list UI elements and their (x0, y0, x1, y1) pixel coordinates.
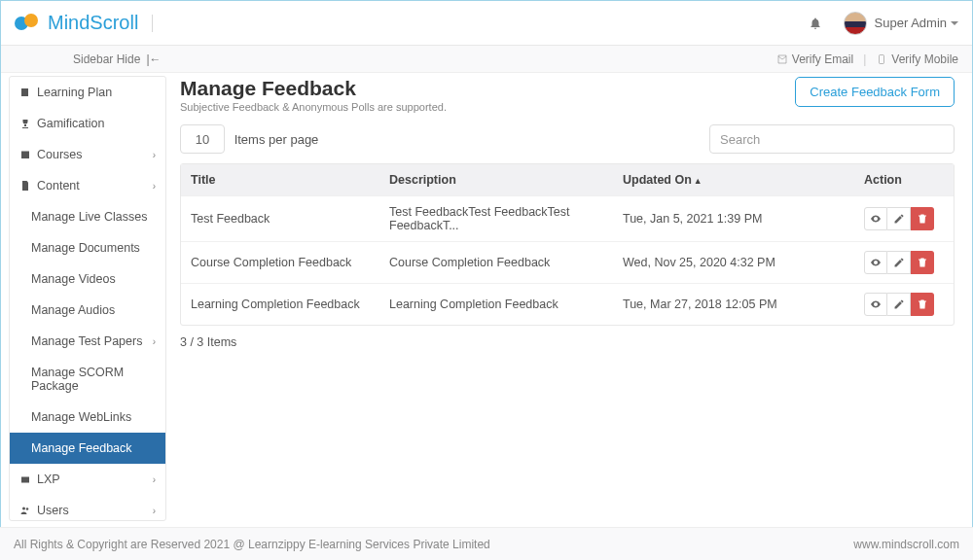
separator: | (863, 52, 866, 66)
svg-rect-2 (21, 477, 29, 483)
chevron-right-icon: › (153, 474, 156, 485)
chevron-right-icon: › (153, 506, 156, 516)
envelope-icon (776, 53, 788, 65)
page-title: Manage Feedback (180, 77, 447, 100)
footer: All Rights & Copyright are Reserved 2021… (0, 527, 973, 560)
sidebar-sub-manage-videos[interactable]: Manage Videos (10, 263, 165, 295)
search-input[interactable] (709, 124, 955, 154)
items-per-page-label: Items per page (234, 132, 319, 147)
cell-description: Learning Completion Feedback (389, 298, 623, 311)
footer-link[interactable]: www.mindscroll.com (853, 538, 959, 551)
sidebar-item-learning-plan[interactable]: Learning Plan (10, 77, 165, 108)
sidebar-item-users[interactable]: Users › (10, 495, 165, 526)
sidebar-sub-manage-test-papers[interactable]: Manage Test Papers› (10, 326, 165, 357)
table-row: Learning Completion Feedback Learning Co… (181, 283, 954, 325)
cell-updated: Wed, Nov 25, 2020 4:32 PM (623, 256, 864, 269)
feedback-table: Title Description Updated On▲ Action Tes… (180, 163, 955, 326)
svg-rect-1 (21, 152, 29, 159)
table-row: Course Completion Feedback Course Comple… (181, 241, 954, 283)
delete-button[interactable] (911, 293, 934, 316)
sidebar-item-lxp[interactable]: LXP › (10, 464, 165, 495)
pencil-icon (893, 257, 905, 268)
cell-title: Test Feedback (191, 212, 389, 226)
user-name[interactable]: Super Admin (875, 16, 947, 30)
mobile-icon (876, 53, 887, 65)
file-icon (19, 180, 31, 192)
calendar-icon (19, 149, 31, 160)
sidebar-sub-manage-documents[interactable]: Manage Documents (10, 232, 165, 263)
cell-updated: Tue, Mar 27, 2018 12:05 PM (623, 298, 864, 311)
cell-title: Course Completion Feedback (191, 256, 389, 269)
sidebar-sub-manage-audios[interactable]: Manage Audios (10, 295, 165, 326)
users-icon (19, 505, 31, 516)
verify-email-link[interactable]: Verify Email (776, 52, 853, 66)
create-feedback-form-button[interactable]: Create Feedback Form (795, 77, 955, 107)
sidebar-hide-label: Sidebar Hide (73, 52, 140, 66)
sidebar-item-gamification[interactable]: Gamification (10, 108, 165, 139)
column-updated-on[interactable]: Updated On▲ (623, 173, 864, 187)
svg-point-4 (26, 508, 29, 510)
cell-updated: Tue, Jan 5, 2021 1:39 PM (623, 212, 864, 226)
column-description[interactable]: Description (389, 173, 623, 187)
edit-button[interactable] (887, 207, 911, 230)
pencil-icon (893, 213, 905, 225)
cell-title: Learning Completion Feedback (191, 298, 389, 311)
sidebar-item-courses[interactable]: Courses › (10, 139, 165, 170)
delete-button[interactable] (911, 251, 934, 274)
sidebar: Learning Plan Gamification Courses › Con… (9, 76, 166, 521)
items-count: 3 / 3 Items (180, 335, 955, 349)
view-button[interactable] (864, 293, 887, 316)
edit-button[interactable] (887, 251, 911, 274)
items-per-page-input[interactable] (180, 124, 225, 154)
sidebar-sub-manage-weblinks[interactable]: Manage WebLinks (10, 402, 165, 433)
svg-point-3 (22, 508, 25, 510)
main-content: Manage Feedback Subjective Feedback & An… (166, 73, 964, 521)
collapse-left-icon: |← (146, 52, 161, 66)
avatar[interactable] (844, 12, 867, 35)
sidebar-sub-manage-live-classes[interactable]: Manage Live Classes (10, 201, 165, 232)
sort-asc-icon: ▲ (694, 176, 703, 186)
eye-icon (870, 298, 882, 310)
chevron-right-icon: › (153, 181, 156, 192)
top-navbar: MindScroll Super Admin (1, 1, 972, 46)
edit-button[interactable] (887, 293, 911, 316)
logo-icon (15, 14, 42, 33)
chevron-right-icon: › (153, 150, 156, 160)
sidebar-hide-toggle[interactable]: Sidebar Hide |← (15, 52, 162, 66)
sidebar-sub-manage-feedback[interactable]: Manage Feedback (10, 433, 165, 464)
trash-icon (917, 257, 928, 268)
trash-icon (917, 213, 928, 225)
sidebar-item-content[interactable]: Content › (10, 170, 165, 201)
sub-header: Sidebar Hide |← Verify Email | Verify Mo… (1, 46, 972, 73)
view-button[interactable] (864, 251, 887, 274)
pencil-icon (893, 298, 905, 310)
svg-rect-0 (880, 54, 884, 63)
verify-mobile-link[interactable]: Verify Mobile (876, 52, 958, 66)
page-subtitle: Subjective Feedback & Anonymous Polls ar… (180, 101, 447, 113)
lxp-icon (19, 473, 31, 485)
column-title[interactable]: Title (191, 173, 389, 187)
footer-copyright: All Rights & Copyright are Reserved 2021… (14, 538, 490, 551)
cell-description: Test FeedbackTest FeedbackTest FeedbackT… (389, 205, 623, 232)
eye-icon (870, 257, 882, 268)
trash-icon (917, 298, 928, 310)
cell-description: Course Completion Feedback (389, 256, 623, 269)
notifications-icon[interactable] (809, 17, 822, 30)
user-menu-caret-icon[interactable] (951, 21, 958, 25)
trophy-icon (19, 118, 31, 129)
eye-icon (870, 213, 882, 225)
column-action: Action (864, 173, 944, 187)
divider (152, 15, 153, 32)
chevron-right-icon: › (153, 336, 156, 347)
book-icon (19, 87, 31, 98)
sidebar-sub-manage-scorm-package[interactable]: Manage SCORM Package (10, 357, 165, 402)
table-row: Test Feedback Test FeedbackTest Feedback… (181, 195, 954, 241)
brand-logo[interactable]: MindScroll (15, 12, 138, 34)
delete-button[interactable] (911, 207, 934, 230)
table-header-row: Title Description Updated On▲ Action (181, 164, 954, 195)
brand-text: MindScroll (48, 12, 138, 34)
view-button[interactable] (864, 207, 887, 230)
